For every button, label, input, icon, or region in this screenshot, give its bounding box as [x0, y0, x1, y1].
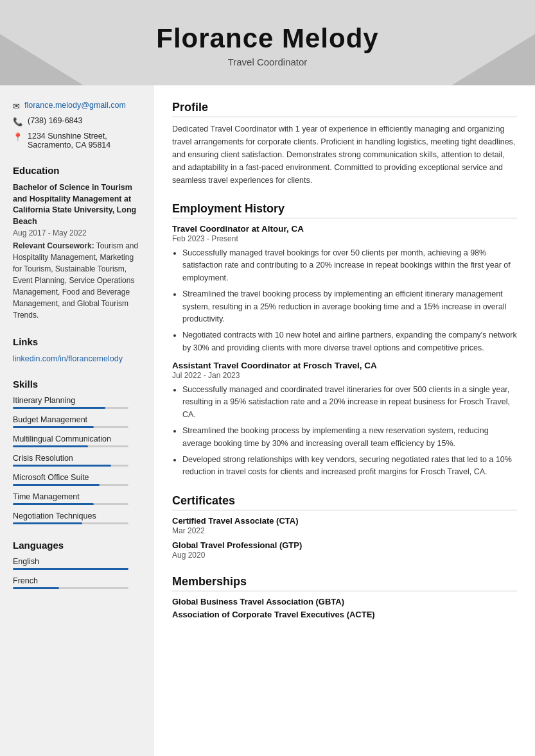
skill-bar-fill [13, 465, 111, 467]
job-bullet: Successfully managed and coordinated tra… [182, 384, 517, 421]
skill-bar-bg [13, 484, 128, 486]
language-bar-fill [13, 568, 128, 570]
job-dates: Jul 2022 - Jan 2023 [172, 371, 517, 380]
skill-name: Multilingual Communication [13, 434, 141, 443]
job-bullet: Streamlined the booking process by imple… [182, 425, 517, 450]
job-bullets-list: Successfully managed and coordinated tra… [172, 384, 517, 479]
language-item: French [13, 576, 141, 589]
languages-list: English French [13, 557, 141, 589]
memberships-section-title: Memberships [172, 575, 517, 592]
cert-date: Aug 2020 [172, 551, 517, 560]
skill-name: Crisis Resolution [13, 454, 141, 463]
profile-text: Dedicated Travel Coordinator with 1 year… [172, 123, 517, 187]
job-entry: Travel Coordinator at Altour, CA Feb 202… [172, 224, 517, 354]
skill-item: Multilingual Communication [13, 434, 141, 447]
languages-section: Languages English French [13, 540, 141, 589]
email-item: ✉ florance.melody@gmail.com [13, 101, 141, 111]
skill-item: Crisis Resolution [13, 454, 141, 467]
skill-item: Negotiation Techniques [13, 511, 141, 524]
skill-bar-bg [13, 522, 128, 524]
language-bar-bg [13, 568, 128, 570]
skill-name: Budget Management [13, 415, 141, 424]
edu-dates: Aug 2017 - May 2022 [13, 228, 141, 237]
certificates-section-title: Certificates [172, 494, 517, 511]
phone-text: (738) 169-6843 [28, 116, 82, 125]
address-text: 1234 Sunshine Street, Sacramento, CA 958… [28, 132, 110, 150]
skill-name: Time Management [13, 492, 141, 501]
skills-section: Skills Itinerary Planning Budget Managem… [13, 379, 141, 524]
sidebar: ✉ florance.melody@gmail.com 📞 (738) 169-… [0, 85, 154, 756]
job-title: Assistant Travel Coordinator at Frosch T… [172, 361, 517, 370]
memberships-section: Memberships Global Business Travel Assoc… [172, 575, 517, 619]
language-name: English [13, 557, 141, 566]
language-bar-fill [13, 587, 59, 589]
resume-header: Florance Melody Travel Coordinator [0, 0, 535, 85]
job-bullet: Negotiated contracts with 10 new hotel a… [182, 329, 517, 354]
job-bullet: Developed strong relationships with key … [182, 454, 517, 479]
skill-item: Itinerary Planning [13, 396, 141, 409]
address-item: 📍 1234 Sunshine Street, Sacramento, CA 9… [13, 132, 141, 150]
language-name: French [13, 576, 141, 585]
membership-item: Association of Corporate Travel Executiv… [172, 610, 517, 619]
main-layout: ✉ florance.melody@gmail.com 📞 (738) 169-… [0, 85, 535, 756]
skills-title: Skills [13, 379, 141, 390]
skill-name: Itinerary Planning [13, 396, 141, 405]
links-section: Links linkedin.com/in/florancemelody [13, 336, 141, 363]
contact-section: ✉ florance.melody@gmail.com 📞 (738) 169-… [13, 101, 141, 150]
skill-bar-fill [13, 407, 105, 409]
phone-icon: 📞 [13, 117, 23, 126]
cert-entry: Certified Travel Associate (CTA) Mar 202… [172, 516, 517, 535]
location-icon: 📍 [13, 132, 23, 142]
employment-section-title: Employment History [172, 202, 517, 219]
candidate-title: Travel Coordinator [13, 56, 522, 67]
skill-bar-bg [13, 445, 128, 447]
email-link[interactable]: florance.melody@gmail.com [24, 101, 126, 110]
phone-item: 📞 (738) 169-6843 [13, 116, 141, 126]
job-bullets-list: Successfully managed travel bookings for… [172, 247, 517, 354]
edu-degree: Bachelor of Science in Tourism and Hospi… [13, 182, 141, 227]
main-content: Profile Dedicated Travel Coordinator wit… [154, 85, 535, 756]
profile-section: Profile Dedicated Travel Coordinator wit… [172, 101, 517, 187]
languages-title: Languages [13, 540, 141, 551]
job-bullet: Successfully managed travel bookings for… [182, 247, 517, 284]
job-entry: Assistant Travel Coordinator at Frosch T… [172, 361, 517, 479]
job-bullet: Streamlined the travel booking process b… [182, 288, 517, 325]
cert-entry: Global Travel Professional (GTP) Aug 202… [172, 540, 517, 560]
links-title: Links [13, 336, 141, 347]
skill-name: Negotiation Techniques [13, 511, 141, 520]
jobs-list: Travel Coordinator at Altour, CA Feb 202… [172, 224, 517, 479]
employment-section: Employment History Travel Coordinator at… [172, 202, 517, 479]
language-item: English [13, 557, 141, 570]
skill-item: Microsoft Office Suite [13, 473, 141, 486]
membership-item: Global Business Travel Association (GBTA… [172, 597, 517, 606]
cert-name: Global Travel Professional (GTP) [172, 540, 517, 550]
certs-list: Certified Travel Associate (CTA) Mar 202… [172, 516, 517, 560]
certificates-section: Certificates Certified Travel Associate … [172, 494, 517, 560]
skill-bar-fill [13, 484, 100, 486]
cert-date: Mar 2022 [172, 526, 517, 535]
skill-bar-bg [13, 407, 128, 409]
linkedin-link[interactable]: linkedin.com/in/florancemelody [13, 354, 123, 363]
skill-item: Budget Management [13, 415, 141, 428]
skill-bar-fill [13, 426, 94, 428]
skill-bar-bg [13, 426, 128, 428]
skill-bar-bg [13, 503, 128, 505]
skill-name: Microsoft Office Suite [13, 473, 141, 482]
language-bar-bg [13, 587, 128, 589]
edu-coursework: Relevant Coursework: Tourism and Hospita… [13, 240, 141, 321]
skill-bar-fill [13, 445, 88, 447]
memberships-list: Global Business Travel Association (GBTA… [172, 597, 517, 619]
skills-list: Itinerary Planning Budget Management Mul… [13, 396, 141, 524]
skill-bar-fill [13, 503, 94, 505]
email-icon: ✉ [13, 101, 20, 111]
job-title: Travel Coordinator at Altour, CA [172, 224, 517, 234]
profile-section-title: Profile [172, 101, 517, 117]
education-section: Education Bachelor of Science in Tourism… [13, 165, 141, 321]
education-title: Education [13, 165, 141, 176]
skill-bar-bg [13, 465, 128, 467]
job-dates: Feb 2023 - Present [172, 234, 517, 243]
skill-bar-fill [13, 522, 82, 524]
candidate-name: Florance Melody [13, 23, 522, 54]
cert-name: Certified Travel Associate (CTA) [172, 516, 517, 526]
skill-item: Time Management [13, 492, 141, 505]
